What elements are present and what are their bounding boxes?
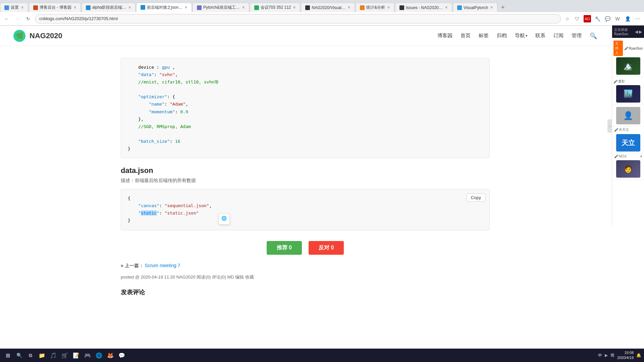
comment-section-title: 发表评论 (121, 288, 490, 296)
nav-blogpark[interactable]: 博客园 (437, 33, 452, 39)
nav-subscribe[interactable]: 订阅 (553, 33, 564, 39)
copy-button[interactable]: Copy (467, 193, 485, 202)
prev-prefix: « 上一篇： (121, 263, 144, 268)
prev-link[interactable]: Scrum meeting 7 (145, 263, 180, 268)
nav-archive[interactable]: 归档 (497, 33, 507, 39)
taskbar-lang-arrow1: ▶ (605, 353, 608, 358)
shield-icon[interactable]: 🛡 (574, 15, 581, 22)
panel-collapse-button[interactable]: › (607, 119, 612, 133)
search-icon[interactable]: 🔍 (590, 32, 597, 40)
refresh-button[interactable]: ↻ (24, 15, 32, 23)
participant-ryansun: 主持人 🎤 RyanSun 🏔️ (612, 38, 644, 77)
tab-close-icon[interactable]: ✕ (184, 5, 187, 10)
tab-close-icon[interactable]: ✕ (347, 5, 351, 10)
section-description: 描述：前端最后给后端传的所有数据 (121, 178, 490, 184)
code-block-top: device : gpu , "data": "svhn", //mnist, … (121, 58, 490, 158)
nav-navigation[interactable]: 导航▾ (515, 33, 527, 39)
forward-button[interactable]: → (13, 15, 21, 23)
nav-tags[interactable]: 标签 (479, 33, 489, 39)
extension-icon[interactable]: AD (584, 15, 591, 22)
taskbar-chat-icon[interactable]: 💬 (117, 350, 127, 360)
taskbar-store-icon[interactable]: 🛒 (60, 350, 70, 360)
tab-meeting[interactable]: 会议703 352 112 ✕ (250, 3, 301, 12)
tab-json-current[interactable]: 前后端对接之json… ✕ (136, 3, 192, 12)
tab-close-icon[interactable]: ✕ (73, 5, 76, 10)
tab-alpha[interactable]: alpha阶段前后端… ✕ (82, 3, 136, 12)
vote-up-button[interactable]: 推荐 0 (267, 241, 302, 255)
code-content-main: { "canvas": "sequential.json", "static":… (128, 195, 483, 224)
taskbar-explorer-icon[interactable]: 📁 (37, 350, 47, 360)
panel-prev-icon[interactable]: ◀ (635, 29, 638, 34)
participant-unknown: 👤 (612, 105, 644, 127)
participant-h67d: 🧑 (612, 159, 644, 180)
vote-down-button[interactable]: 反对 0 (309, 241, 344, 255)
tab-label: 设置 (11, 5, 19, 10)
tab-close-icon[interactable]: ✕ (242, 5, 245, 10)
tab-issues[interactable]: Issues - NAG2020… ✕ (395, 3, 452, 12)
taskbar-lang-jian[interactable]: 简 (610, 353, 614, 358)
taskbar-taskview-icon[interactable]: ⧉ (25, 350, 36, 360)
taskbar-search-icon[interactable]: 🔍 (14, 350, 24, 360)
taskbar-game-icon[interactable]: 🎮 (83, 350, 93, 360)
tab-close-icon[interactable]: ✕ (128, 5, 131, 10)
tab-close-icon[interactable]: ✕ (445, 5, 448, 10)
extension3-icon[interactable]: 💬 (604, 15, 611, 22)
panel-next-icon[interactable]: ▶ (639, 29, 642, 34)
tab-settings[interactable]: 设置 ✕ (0, 3, 28, 12)
taskbar-lang-cn[interactable]: 中 (598, 353, 602, 358)
tab-close-icon[interactable]: ✕ (387, 5, 390, 10)
tab-visualpytorch[interactable]: VisualPytorch ✕ (453, 3, 497, 12)
taskbar-music-icon[interactable]: 🎵 (48, 350, 58, 360)
tab-blog-admin[interactable]: 博客后台 - 博客园 ✕ (29, 3, 81, 12)
page-content: 🌿 NAG2020 博客园 首页 标签 归档 导航▾ 联系 订阅 管理 🔍 (0, 26, 610, 362)
back-button[interactable]: ← (3, 15, 11, 23)
taskbar-date-text: 2020/4/19 (617, 355, 634, 360)
blog-logo-text: NAG2020 (30, 32, 62, 40)
vote-area: 推荐 0 反对 0 (121, 241, 490, 255)
taskbar-time-text: 19:08 (617, 350, 634, 355)
main-content: device : gpu , "data": "svhn", //mnist, … (107, 46, 503, 310)
new-tab-button[interactable]: + (498, 3, 507, 12)
blog-logo-icon: 🌿 (13, 30, 25, 42)
nav-contact[interactable]: 联系 (535, 33, 545, 39)
tab-close-icon[interactable]: ✕ (21, 5, 24, 10)
taskbar-edge-icon[interactable]: 🌐 (94, 350, 104, 360)
tab-label: NAG2020/Visual… (312, 5, 345, 10)
browser-toolbar-icons: ☆ 🛡 AD 🔧 💬 W 👤 ⋯ (564, 15, 641, 22)
tab-label: 统计&分析 (366, 5, 385, 10)
participant-label-xutianli: 🎤 许天立 (612, 127, 644, 133)
browser-chrome: 设置 ✕ 博客后台 - 博客园 ✕ alpha阶段前后端… ✕ 前后端对接之js… (0, 0, 644, 26)
tab-nag-visual[interactable]: NAG2020/Visual… ✕ (301, 3, 355, 12)
host-name-label: RyanSun (629, 47, 643, 50)
blog-header: 🌿 NAG2020 博客园 首页 标签 归档 导航▾ 联系 订阅 管理 🔍 (0, 26, 610, 46)
address-bar-row: ← → ↻ cnblogs.com/NAG2020/p/12730705.htm… (0, 12, 644, 25)
mic-icon-dongying: 🎤 (613, 80, 618, 83)
url-text: cnblogs.com/NAG2020/p/12730705.html (39, 16, 118, 21)
user-profile-icon[interactable]: 👤 (624, 15, 631, 22)
tab-bar: 设置 ✕ 博客后台 - 博客园 ✕ alpha阶段前后端… ✕ 前后端对接之js… (0, 0, 644, 12)
nav-home[interactable]: 首页 (461, 33, 471, 39)
taskbar-clock: 19:08 2020/4/19 (617, 350, 634, 361)
tab-close-icon[interactable]: ✕ (293, 5, 296, 10)
address-bar[interactable]: cnblogs.com/NAG2020/p/12730705.html (35, 14, 561, 23)
panel-header: 正在讲述: RyanSun: ◀ ▶ (612, 25, 644, 38)
post-nav: « 上一篇： Scrum meeting 7 (121, 263, 490, 269)
settings-dots-icon[interactable]: ⋯ (634, 15, 641, 22)
taskbar-extra-icon[interactable]: 🦊 (105, 350, 115, 360)
extension4-icon[interactable]: W (614, 15, 621, 22)
participant-avatar-xutianli: 天立 (616, 134, 640, 152)
tab-label: Issues - NAG2020… (406, 5, 443, 10)
chevron-down-icon[interactable]: ▾ (640, 155, 642, 158)
tab-label: 博客后台 - 博客园 (40, 5, 71, 10)
windows-start-icon[interactable]: ⊞ (3, 350, 13, 360)
bookmark-star-icon[interactable]: ☆ (564, 15, 571, 22)
tab-stats[interactable]: 统计&分析 ✕ (356, 3, 394, 12)
nav-admin[interactable]: 管理 (572, 33, 582, 39)
tab-pytorch[interactable]: Pytorch&前后端工… ✕ (193, 3, 249, 12)
extension2-icon[interactable]: 🔧 (594, 15, 601, 22)
participant-dongying: 🎤 董影 🏙️ (612, 77, 644, 105)
mic-icon-xutianli: 🎤 (614, 128, 618, 132)
taskbar-office-icon[interactable]: 📝 (71, 350, 81, 360)
taskbar-notification-icon[interactable]: 🔔 (636, 353, 641, 358)
tab-close-icon[interactable]: ✕ (490, 5, 493, 10)
